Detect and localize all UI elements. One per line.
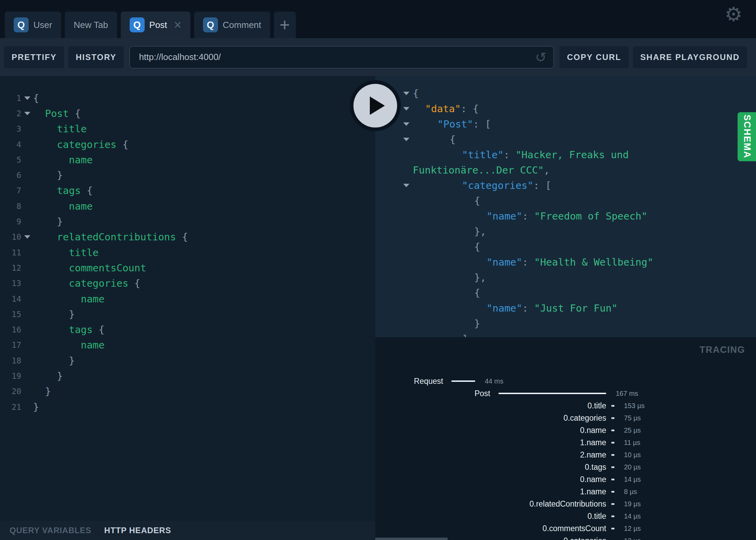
trace-label: 1.name bbox=[375, 487, 606, 496]
trace-duration-dot bbox=[611, 466, 614, 468]
tab-comment[interactable]: QComment bbox=[194, 12, 270, 38]
query-line[interactable]: 16 tags { bbox=[0, 322, 375, 337]
query-line[interactable]: 5 name bbox=[0, 152, 375, 167]
query-line[interactable]: 7 tags { bbox=[0, 183, 375, 198]
code-text: name bbox=[33, 154, 93, 166]
trace-duration-value: 14 µs bbox=[624, 476, 641, 483]
trace-label: 0.categories bbox=[375, 414, 606, 423]
query-line[interactable]: 4 categories { bbox=[0, 137, 375, 152]
reload-icon[interactable]: ↺ bbox=[535, 50, 547, 64]
code-text: } bbox=[33, 355, 75, 366]
endpoint-url-field[interactable]: http://localhost:4000/ ↺ bbox=[129, 46, 554, 69]
line-number: 8 bbox=[0, 202, 21, 211]
copy-curl-button[interactable]: COPY CURL bbox=[559, 46, 629, 68]
response-text: }, bbox=[474, 226, 486, 237]
history-button[interactable]: HISTORY bbox=[68, 46, 124, 68]
query-line[interactable]: 9 } bbox=[0, 214, 375, 229]
query-line[interactable]: 17 name bbox=[0, 338, 375, 353]
trace-duration-value: 14 µs bbox=[624, 512, 641, 520]
trace-duration-value: 167 ms bbox=[616, 390, 638, 397]
query-line[interactable]: 18 } bbox=[0, 353, 375, 368]
line-number: 15 bbox=[0, 310, 21, 319]
query-line[interactable]: 20 } bbox=[0, 384, 375, 399]
response-text: "name": "Just For Fun" bbox=[486, 302, 617, 314]
query-line[interactable]: 21} bbox=[0, 399, 375, 415]
tab-bar: QUserNew TabQPost×QComment + ⚙ bbox=[0, 0, 756, 38]
query-line[interactable]: 8 name bbox=[0, 198, 375, 214]
response-line: { bbox=[375, 285, 756, 300]
tab-http-headers[interactable]: HTTP HEADERS bbox=[104, 526, 171, 535]
tab-post[interactable]: QPost× bbox=[121, 12, 190, 38]
query-line[interactable]: 11 title bbox=[0, 245, 375, 260]
tab-label: Post bbox=[149, 20, 167, 30]
trace-row: 0.title14 µs bbox=[375, 510, 756, 522]
share-playground-button[interactable]: SHARE PLAYGROUND bbox=[633, 46, 747, 68]
play-icon bbox=[370, 96, 385, 115]
query-line[interactable]: 14 name bbox=[0, 291, 375, 306]
query-line[interactable]: 6 } bbox=[0, 167, 375, 183]
response-text: { bbox=[413, 88, 419, 99]
response-line: "Post": [ bbox=[375, 116, 756, 132]
prettify-button[interactable]: PRETTIFY bbox=[4, 46, 64, 68]
response-line: { bbox=[375, 239, 756, 254]
settings-gear-icon[interactable]: ⚙ bbox=[725, 3, 742, 26]
plus-icon: + bbox=[279, 16, 290, 34]
query-badge: Q bbox=[203, 17, 218, 32]
tab-list: QUserNew TabQPost×QComment bbox=[5, 12, 270, 38]
tracing-title: TRACING bbox=[700, 345, 745, 355]
query-line[interactable]: 15 } bbox=[0, 306, 375, 322]
execute-query-button[interactable] bbox=[350, 80, 401, 131]
query-line[interactable]: 3 title bbox=[0, 121, 375, 137]
right-pane: {"data": {"Post": [{"title": "Hacker, Fr… bbox=[375, 76, 756, 540]
endpoint-url: http://localhost:4000/ bbox=[130, 52, 221, 62]
fold-arrow-icon[interactable] bbox=[21, 235, 33, 239]
tab-query-variables[interactable]: QUERY VARIABLES bbox=[10, 526, 91, 535]
query-line[interactable]: 1{ bbox=[0, 90, 375, 106]
query-line[interactable]: 10 relatedContributions { bbox=[0, 229, 375, 245]
tab-user[interactable]: QUser bbox=[5, 12, 61, 38]
tab-new-tab[interactable]: New Tab bbox=[65, 12, 117, 38]
tab-label: Comment bbox=[223, 20, 261, 30]
trace-label: 2.name bbox=[375, 450, 606, 460]
query-line[interactable]: 19 } bbox=[0, 368, 375, 384]
trace-row: 0.relatedContributions19 µs bbox=[375, 498, 756, 510]
trace-label: 0.name bbox=[375, 475, 606, 484]
close-tab-icon[interactable]: × bbox=[174, 18, 181, 31]
schema-sidebar-button[interactable]: SCHEMA bbox=[738, 112, 756, 161]
code-text: name bbox=[33, 200, 93, 212]
new-tab-button[interactable]: + bbox=[274, 12, 296, 38]
line-number: 18 bbox=[0, 356, 21, 365]
trace-row: Request44 ms bbox=[375, 375, 756, 387]
query-line[interactable]: 2 Post { bbox=[0, 106, 375, 121]
line-number: 14 bbox=[0, 295, 21, 303]
trace-label: 0.name bbox=[375, 426, 606, 435]
code-text: } bbox=[33, 386, 51, 397]
code-text: title bbox=[33, 247, 99, 258]
code-text: categories { bbox=[33, 139, 128, 150]
code-text: } bbox=[33, 169, 63, 181]
query-line[interactable]: 12 commentsCount bbox=[0, 260, 375, 275]
fold-arrow-icon[interactable] bbox=[375, 184, 413, 187]
trace-label: Request bbox=[375, 377, 443, 386]
trace-duration-dot bbox=[611, 515, 614, 517]
trace-duration-dot bbox=[611, 491, 614, 493]
fold-arrow-icon[interactable] bbox=[375, 138, 413, 141]
query-editor-pane[interactable]: 1{2 Post {3 title4 categories {5 name6 }… bbox=[0, 76, 375, 540]
response-text: "categories": [ bbox=[462, 180, 551, 191]
trace-label: 0.title bbox=[375, 401, 606, 410]
line-number: 2 bbox=[0, 109, 21, 118]
trace-label: Post bbox=[375, 389, 490, 398]
code-text: } bbox=[33, 370, 63, 382]
horizontal-scrollbar[interactable] bbox=[375, 538, 448, 540]
trace-duration-value: 19 µs bbox=[624, 500, 641, 508]
trace-duration-value: 20 µs bbox=[624, 463, 641, 471]
line-number: 1 bbox=[0, 94, 21, 103]
fold-arrow-icon[interactable] bbox=[21, 96, 33, 100]
query-line[interactable]: 13 categories { bbox=[0, 276, 375, 291]
fold-arrow-icon[interactable] bbox=[21, 112, 33, 115]
trace-row: 0.tags20 µs bbox=[375, 461, 756, 473]
code-text: categories { bbox=[33, 278, 140, 289]
tracing-rows: Request44 msPost167 ms0.title153 µs0.cat… bbox=[375, 337, 756, 540]
line-number: 4 bbox=[0, 140, 21, 149]
trace-row: 1.name11 µs bbox=[375, 436, 756, 449]
